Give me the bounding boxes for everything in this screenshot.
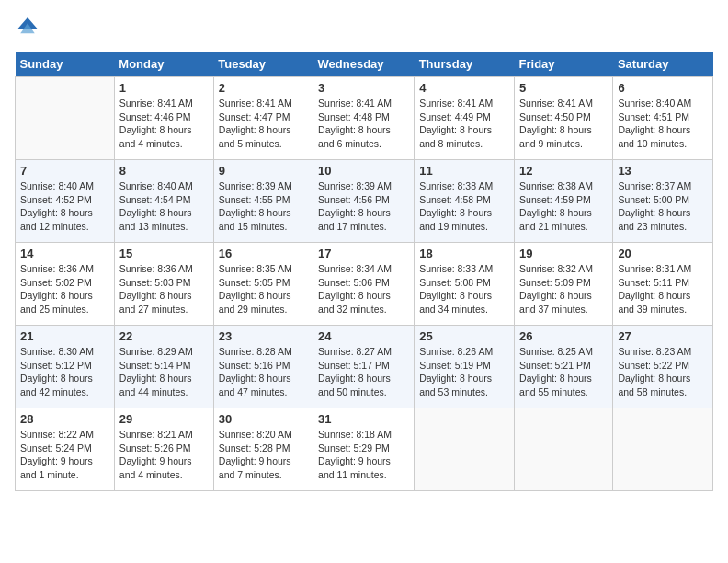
day-info: Sunrise: 8:41 AMSunset: 4:48 PMDaylight:… <box>318 97 409 151</box>
calendar-cell: 8Sunrise: 8:40 AMSunset: 4:54 PMDaylight… <box>114 160 213 243</box>
day-number: 8 <box>119 164 209 178</box>
day-number: 23 <box>219 329 308 343</box>
day-info: Sunrise: 8:20 AMSunset: 5:28 PMDaylight:… <box>219 428 308 482</box>
week-row-3: 14Sunrise: 8:36 AMSunset: 5:02 PMDayligh… <box>16 243 713 326</box>
day-info: Sunrise: 8:41 AMSunset: 4:46 PMDaylight:… <box>119 97 209 151</box>
day-number: 7 <box>20 164 109 178</box>
calendar-cell: 4Sunrise: 8:41 AMSunset: 4:49 PMDaylight… <box>415 77 515 160</box>
day-info: Sunrise: 8:22 AMSunset: 5:24 PMDaylight:… <box>20 428 109 482</box>
calendar-cell: 25Sunrise: 8:26 AMSunset: 5:19 PMDayligh… <box>415 326 515 408</box>
logo <box>15 15 44 40</box>
day-number: 17 <box>318 247 409 260</box>
calendar-cell: 17Sunrise: 8:34 AMSunset: 5:06 PMDayligh… <box>313 243 415 326</box>
calendar-cell: 29Sunrise: 8:21 AMSunset: 5:26 PMDayligh… <box>114 408 213 491</box>
calendar-cell: 14Sunrise: 8:36 AMSunset: 5:02 PMDayligh… <box>16 243 115 326</box>
day-info: Sunrise: 8:29 AMSunset: 5:14 PMDaylight:… <box>119 345 209 399</box>
calendar-cell: 26Sunrise: 8:25 AMSunset: 5:21 PMDayligh… <box>515 326 613 408</box>
header-cell-saturday: Saturday <box>613 52 713 77</box>
day-number: 26 <box>519 329 608 343</box>
calendar-cell: 3Sunrise: 8:41 AMSunset: 4:48 PMDaylight… <box>313 77 415 160</box>
day-number: 18 <box>419 247 509 260</box>
calendar-table: SundayMondayTuesdayWednesdayThursdayFrid… <box>15 52 713 491</box>
calendar-cell: 18Sunrise: 8:33 AMSunset: 5:08 PMDayligh… <box>415 243 515 326</box>
page-header <box>15 15 713 40</box>
day-number: 25 <box>419 329 509 343</box>
calendar-cell <box>515 408 613 491</box>
header-cell-monday: Monday <box>114 52 213 77</box>
day-number: 6 <box>618 81 708 95</box>
day-info: Sunrise: 8:41 AMSunset: 4:50 PMDaylight:… <box>519 97 608 151</box>
day-info: Sunrise: 8:40 AMSunset: 4:51 PMDaylight:… <box>618 97 708 151</box>
day-info: Sunrise: 8:41 AMSunset: 4:47 PMDaylight:… <box>219 97 308 151</box>
day-info: Sunrise: 8:35 AMSunset: 5:05 PMDaylight:… <box>219 262 308 316</box>
calendar-cell <box>415 408 515 491</box>
day-number: 13 <box>618 164 708 178</box>
day-number: 30 <box>219 412 308 426</box>
logo-icon <box>15 15 40 40</box>
calendar-cell: 31Sunrise: 8:18 AMSunset: 5:29 PMDayligh… <box>313 408 415 491</box>
day-info: Sunrise: 8:40 AMSunset: 4:52 PMDaylight:… <box>20 179 109 234</box>
header-cell-thursday: Thursday <box>415 52 515 77</box>
week-row-4: 21Sunrise: 8:30 AMSunset: 5:12 PMDayligh… <box>16 326 713 408</box>
day-number: 16 <box>219 247 308 260</box>
calendar-cell: 12Sunrise: 8:38 AMSunset: 4:59 PMDayligh… <box>515 160 613 243</box>
calendar-cell: 2Sunrise: 8:41 AMSunset: 4:47 PMDaylight… <box>213 77 313 160</box>
day-info: Sunrise: 8:26 AMSunset: 5:19 PMDaylight:… <box>419 345 509 399</box>
day-number: 4 <box>419 81 509 95</box>
day-info: Sunrise: 8:30 AMSunset: 5:12 PMDaylight:… <box>20 345 109 399</box>
day-number: 24 <box>318 329 409 343</box>
day-number: 28 <box>20 412 109 426</box>
calendar-cell: 24Sunrise: 8:27 AMSunset: 5:17 PMDayligh… <box>313 326 415 408</box>
header-row: SundayMondayTuesdayWednesdayThursdayFrid… <box>16 52 713 77</box>
day-number: 12 <box>519 164 608 178</box>
header-cell-wednesday: Wednesday <box>313 52 415 77</box>
day-info: Sunrise: 8:34 AMSunset: 5:06 PMDaylight:… <box>318 262 409 316</box>
calendar-cell <box>16 77 115 160</box>
week-row-1: 1Sunrise: 8:41 AMSunset: 4:46 PMDaylight… <box>16 77 713 160</box>
calendar-cell: 23Sunrise: 8:28 AMSunset: 5:16 PMDayligh… <box>213 326 313 408</box>
day-number: 5 <box>519 81 608 95</box>
calendar-cell: 28Sunrise: 8:22 AMSunset: 5:24 PMDayligh… <box>16 408 115 491</box>
calendar-cell: 20Sunrise: 8:31 AMSunset: 5:11 PMDayligh… <box>613 243 713 326</box>
calendar-cell: 10Sunrise: 8:39 AMSunset: 4:56 PMDayligh… <box>313 160 415 243</box>
calendar-cell: 9Sunrise: 8:39 AMSunset: 4:55 PMDaylight… <box>213 160 313 243</box>
day-number: 21 <box>20 329 109 343</box>
day-info: Sunrise: 8:39 AMSunset: 4:55 PMDaylight:… <box>219 179 308 234</box>
day-number: 31 <box>318 412 409 426</box>
day-number: 9 <box>219 164 308 178</box>
calendar-cell: 22Sunrise: 8:29 AMSunset: 5:14 PMDayligh… <box>114 326 213 408</box>
day-info: Sunrise: 8:36 AMSunset: 5:03 PMDaylight:… <box>119 262 209 316</box>
day-info: Sunrise: 8:27 AMSunset: 5:17 PMDaylight:… <box>318 345 409 399</box>
day-info: Sunrise: 8:33 AMSunset: 5:08 PMDaylight:… <box>419 262 509 316</box>
calendar-cell: 21Sunrise: 8:30 AMSunset: 5:12 PMDayligh… <box>16 326 115 408</box>
day-info: Sunrise: 8:39 AMSunset: 4:56 PMDaylight:… <box>318 179 409 234</box>
calendar-cell: 13Sunrise: 8:37 AMSunset: 5:00 PMDayligh… <box>613 160 713 243</box>
day-info: Sunrise: 8:23 AMSunset: 5:22 PMDaylight:… <box>618 345 708 399</box>
header-cell-tuesday: Tuesday <box>213 52 313 77</box>
day-info: Sunrise: 8:38 AMSunset: 4:58 PMDaylight:… <box>419 179 509 234</box>
header-cell-sunday: Sunday <box>16 52 115 77</box>
day-number: 14 <box>20 247 109 260</box>
day-info: Sunrise: 8:37 AMSunset: 5:00 PMDaylight:… <box>618 179 708 234</box>
day-info: Sunrise: 8:21 AMSunset: 5:26 PMDaylight:… <box>119 428 209 482</box>
day-info: Sunrise: 8:28 AMSunset: 5:16 PMDaylight:… <box>219 345 308 399</box>
day-info: Sunrise: 8:18 AMSunset: 5:29 PMDaylight:… <box>318 428 409 482</box>
day-info: Sunrise: 8:38 AMSunset: 4:59 PMDaylight:… <box>519 179 608 234</box>
day-info: Sunrise: 8:40 AMSunset: 4:54 PMDaylight:… <box>119 179 209 234</box>
calendar-cell: 19Sunrise: 8:32 AMSunset: 5:09 PMDayligh… <box>515 243 613 326</box>
calendar-cell: 30Sunrise: 8:20 AMSunset: 5:28 PMDayligh… <box>213 408 313 491</box>
calendar-cell: 5Sunrise: 8:41 AMSunset: 4:50 PMDaylight… <box>515 77 613 160</box>
day-number: 27 <box>618 329 708 343</box>
day-number: 15 <box>119 247 209 260</box>
calendar-header: SundayMondayTuesdayWednesdayThursdayFrid… <box>16 52 713 77</box>
calendar-cell: 1Sunrise: 8:41 AMSunset: 4:46 PMDaylight… <box>114 77 213 160</box>
calendar-cell: 7Sunrise: 8:40 AMSunset: 4:52 PMDaylight… <box>16 160 115 243</box>
header-cell-friday: Friday <box>515 52 613 77</box>
calendar-cell: 15Sunrise: 8:36 AMSunset: 5:03 PMDayligh… <box>114 243 213 326</box>
calendar-body: 1Sunrise: 8:41 AMSunset: 4:46 PMDaylight… <box>16 77 713 491</box>
day-info: Sunrise: 8:36 AMSunset: 5:02 PMDaylight:… <box>20 262 109 316</box>
day-info: Sunrise: 8:31 AMSunset: 5:11 PMDaylight:… <box>618 262 708 316</box>
day-number: 3 <box>318 81 409 95</box>
week-row-5: 28Sunrise: 8:22 AMSunset: 5:24 PMDayligh… <box>16 408 713 491</box>
day-number: 2 <box>219 81 308 95</box>
